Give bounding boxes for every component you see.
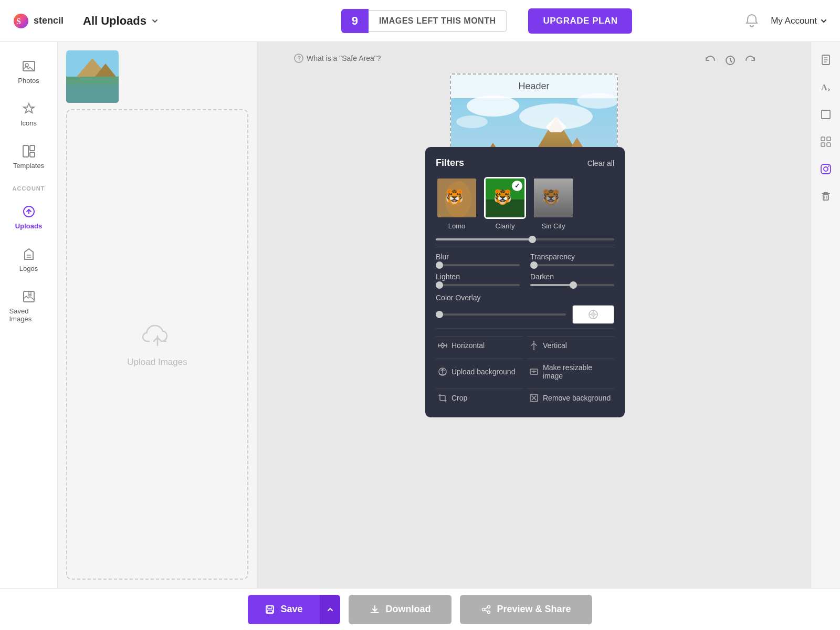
clear-all-button[interactable]: Clear all — [587, 159, 614, 167]
upload-background-label: Upload background — [452, 368, 515, 376]
grid-icon — [820, 136, 832, 148]
vertical-flip-button[interactable]: Vertical — [527, 336, 614, 354]
darken-slider-track[interactable] — [530, 284, 614, 286]
right-tool-text[interactable]: A — [816, 78, 835, 97]
svg-rect-53 — [822, 110, 830, 119]
my-account-button[interactable]: My Account — [771, 16, 827, 26]
download-button[interactable]: Download — [349, 595, 452, 624]
safe-area-hint-text: What is a "Safe Area"? — [307, 54, 381, 62]
right-tool-document[interactable] — [816, 50, 835, 69]
svg-rect-54 — [821, 137, 825, 141]
svg-rect-6 — [30, 152, 35, 157]
stencil-logo-icon: S — [13, 13, 29, 29]
svg-point-66 — [482, 608, 485, 611]
upgrade-plan-button[interactable]: UPGRADE PLAN — [528, 8, 632, 34]
transparency-slider-track[interactable] — [530, 264, 614, 266]
templates-icon — [22, 144, 36, 159]
svg-point-65 — [488, 605, 490, 608]
all-uploads-dropdown[interactable]: All Uploads — [83, 14, 230, 28]
safe-area-hint[interactable]: ? What is a "Safe Area"? — [294, 54, 381, 63]
resizable-icon — [529, 367, 539, 376]
right-tool-delete[interactable] — [816, 187, 835, 206]
clarity-selected-check: ✓ — [512, 181, 522, 191]
sidebar-item-icons[interactable]: Icons — [5, 95, 52, 133]
filter-preset-clarity[interactable]: 🐯 ✓ Clarity — [484, 177, 526, 230]
horizontal-label: Horizontal — [452, 341, 485, 350]
logo-text: stencil — [34, 15, 64, 26]
svg-rect-45 — [534, 178, 574, 219]
horizontal-flip-button[interactable]: Horizontal — [436, 336, 523, 354]
crop-button[interactable]: Crop — [436, 388, 523, 407]
lighten-slider-track[interactable] — [436, 284, 520, 286]
right-tool-grid[interactable] — [816, 132, 835, 151]
undo-icon — [705, 55, 716, 66]
color-overlay-row: Color Overlay — [436, 293, 614, 324]
sidebar-item-templates[interactable]: Templates — [5, 138, 52, 176]
right-tool-instagram[interactable] — [816, 160, 835, 178]
upload-background-button[interactable]: Upload background — [436, 359, 523, 384]
save-button[interactable]: Save — [248, 595, 319, 624]
images-left-label: IMAGES LEFT THIS MONTH — [369, 10, 508, 32]
sidebar-label-logos: Logos — [19, 265, 38, 272]
sidebar-item-uploads[interactable]: Uploads — [5, 198, 52, 236]
share-icon — [481, 604, 491, 615]
save-label: Save — [280, 604, 302, 615]
sidebar-item-logos[interactable]: Logos — [5, 240, 52, 279]
frame-icon — [820, 109, 832, 120]
sidebar-item-photos[interactable]: Photos — [5, 52, 52, 91]
svg-rect-57 — [827, 143, 831, 146]
make-resizable-button[interactable]: Make resizable image — [527, 359, 614, 384]
history-button[interactable] — [722, 52, 738, 71]
uploaded-image-thumb[interactable] — [66, 50, 119, 103]
account-label: My Account — [771, 16, 817, 26]
topbar-right: My Account — [743, 13, 827, 29]
remove-background-button[interactable]: Remove background — [527, 388, 614, 407]
svg-rect-56 — [821, 143, 825, 146]
right-tool-frame[interactable] — [816, 105, 835, 124]
bottom-bar: Save Download Preview & Share — [0, 588, 840, 630]
preview-share-button[interactable]: Preview & Share — [460, 595, 592, 624]
filters-header: Filters Clear all — [436, 158, 614, 169]
color-swatch[interactable] — [572, 305, 614, 324]
topbar: S stencil All Uploads 9 IMAGES LEFT THIS… — [0, 0, 840, 42]
filter-thumb-clarity: 🐯 ✓ — [484, 177, 526, 219]
svg-point-18 — [467, 96, 519, 117]
all-uploads-label: All Uploads — [83, 14, 146, 28]
filters-divider-2 — [436, 328, 614, 329]
filter-preset-lomo[interactable]: 🐯 Lomo — [436, 177, 478, 230]
images-left-count: 9 — [341, 9, 369, 33]
undo-button[interactable] — [702, 52, 718, 71]
upload-images-dropzone[interactable]: Upload Images — [66, 109, 248, 580]
crop-icon — [438, 393, 447, 403]
svg-text:?: ? — [298, 55, 301, 61]
sincity-preview: 🐯 — [534, 178, 574, 219]
filters-panel: Filters Clear all 🐯 Lomo — [425, 147, 625, 417]
svg-text:A: A — [821, 83, 827, 92]
history-icon — [724, 55, 736, 66]
uploads-icon — [22, 204, 36, 219]
color-overlay-slider-track[interactable] — [436, 313, 566, 316]
saved-images-icon — [22, 289, 36, 304]
instagram-icon — [820, 163, 832, 175]
filters-divider — [436, 245, 614, 245]
icons-icon — [22, 101, 36, 116]
filter-preset-sincity[interactable]: 🐯 Sin City — [532, 177, 574, 230]
thumb-image-svg — [66, 50, 119, 103]
svg-rect-64 — [267, 610, 272, 613]
chevron-down-icon — [151, 17, 159, 25]
remove-bg-icon — [529, 393, 539, 403]
redo-button[interactable] — [742, 52, 758, 71]
filters-actions-grid: Horizontal Vertical — [436, 336, 614, 407]
save-caret-button[interactable] — [319, 595, 340, 624]
svg-point-67 — [488, 611, 490, 613]
filter-intensity-slider[interactable] — [436, 238, 614, 240]
sidebar-label-icons: Icons — [20, 119, 37, 127]
blur-slider-track[interactable] — [436, 264, 520, 266]
notification-bell-icon[interactable] — [743, 13, 760, 29]
lomo-preview: 🐯 — [437, 178, 478, 219]
lighten-label: Lighten — [436, 272, 520, 281]
canvas-area: ? What is a "Safe Area"? — [257, 42, 811, 588]
sidebar-item-saved-images[interactable]: Saved Images — [5, 283, 52, 329]
right-tools-panel: A — [811, 42, 840, 588]
svg-point-60 — [828, 165, 829, 166]
